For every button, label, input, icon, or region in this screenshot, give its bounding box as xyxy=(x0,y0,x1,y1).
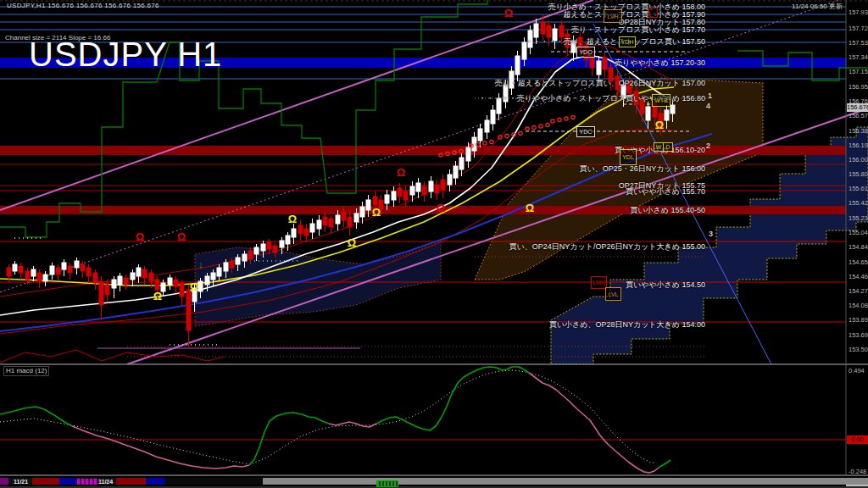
price-scale-label: 153.695 xyxy=(849,331,868,339)
tag-box-lvh: LVH xyxy=(604,9,622,23)
down-arrow-icon: ↓ xyxy=(198,259,203,269)
tag-box-lvl: LVL xyxy=(605,287,621,301)
price-scale-label: 154.846 xyxy=(849,243,868,251)
level-annotation: 売り・ストップロス買い小さめ 157.70 xyxy=(0,25,705,35)
price-scale-label: 157.340 xyxy=(849,53,868,61)
level-annotation: 買い小さめ 155.40-50 xyxy=(0,206,705,215)
price-scale-label: 155.230 xyxy=(849,214,868,222)
red-circle-chain xyxy=(490,140,493,143)
price-scale-label: 153.505 xyxy=(849,346,868,353)
price-scale-label: 156.955 xyxy=(849,83,868,91)
red-circle-chain xyxy=(551,119,554,123)
red-circle-chain xyxy=(519,131,522,135)
tag-box-ydh: YDH xyxy=(619,36,636,47)
session-segment xyxy=(0,478,8,485)
red-circle-chain xyxy=(539,125,542,128)
trading-chart-window: ΩΩΩΩΩΩΩΩΩΩΩΩ↓ USDJPY,H1 156.676 156.676 … xyxy=(0,0,868,488)
session-watermark xyxy=(376,480,398,487)
macd-line-segment xyxy=(249,413,329,465)
price-scale-label: 154.465 xyxy=(849,273,868,280)
current-price-badge: 156.676 xyxy=(847,103,868,112)
tag-box-ydl: YDL xyxy=(620,149,637,165)
price-scale-label: 154.080 xyxy=(849,302,868,309)
red-circle-chain xyxy=(505,134,509,137)
level-annotation: 買い、OP24日NYカット/OP26日NYカット大きめ 155.00 xyxy=(0,242,705,252)
level-annotation: 買い小さめ、OP28日NYカット大きめ 154.00 xyxy=(0,320,705,330)
macd-zero-badge: 0.00 xyxy=(847,435,868,444)
red-circle-chain xyxy=(558,118,561,121)
wave-number: 3 xyxy=(709,230,713,238)
price-scale-label: 154.655 xyxy=(849,258,868,266)
price-scale-label: 155.040 xyxy=(849,229,868,236)
omega-marker-red: Ω xyxy=(136,230,144,243)
macd-scale-top: 0.494 xyxy=(849,367,865,374)
session-magenta-marker xyxy=(77,479,98,485)
macd-line-segment xyxy=(529,373,659,473)
macd-line-segment xyxy=(659,460,670,468)
level-annotation: 買いやや小さめ 156.10-20 xyxy=(0,146,705,155)
omega-marker-yellow: Ω xyxy=(655,119,664,131)
level-annotation: 買いやや小さめ 155.70 xyxy=(0,187,705,197)
level-annotation: ・・・・・売りやや小さめ・ストップロス買いやや大きめ 156.80 xyxy=(0,94,705,103)
red-envelope-line xyxy=(0,350,225,363)
macd-line-segment xyxy=(72,426,249,469)
wave-number: 2 xyxy=(706,141,710,150)
price-scale-label: 155.615 xyxy=(849,185,868,192)
red-circle-chain xyxy=(546,123,549,126)
price-scale-label: 156.000 xyxy=(849,156,868,164)
wave-number: 1 xyxy=(708,92,712,100)
session-segment xyxy=(116,478,146,485)
red-circle-chain xyxy=(532,125,536,129)
session-segment xyxy=(146,478,165,485)
level-annotation: ・・・・・売り、超えるとストップロス買い 157.50 xyxy=(0,37,705,47)
red-circle-chain xyxy=(483,141,487,145)
session-segment xyxy=(32,478,59,485)
tag-box-ydo: YDO xyxy=(576,47,595,58)
price-scale-label: 157.150 xyxy=(849,68,868,75)
price-scale-label: 157.935 xyxy=(849,8,868,16)
price-scale-label: 157.535 xyxy=(849,39,868,47)
update-timestamp: 11/24 06:50 更新 xyxy=(792,2,843,11)
wave-number: 4 xyxy=(706,102,710,110)
red-circle-chain xyxy=(526,127,529,130)
price-scale-label: 155.805 xyxy=(849,170,868,178)
price-scale-label: 156.575 xyxy=(849,112,868,119)
price-scale-label: 157.725 xyxy=(849,25,868,32)
omega-marker-red: Ω xyxy=(177,230,186,243)
macd-indicator-label: H1 macd (12) xyxy=(3,366,49,376)
red-circle-chain xyxy=(565,117,568,120)
tag-box-red xyxy=(648,8,658,18)
price-scale-label: 154.270 xyxy=(849,287,868,295)
tag-box-d: D xyxy=(663,142,673,152)
price-scale-label: 153.890 xyxy=(849,316,868,324)
tag-box-ydc: YDC xyxy=(576,126,595,137)
session-date-label: 11/24 xyxy=(98,478,113,485)
session-date-label: 11/21 xyxy=(14,478,28,485)
omega-marker-yellow: Ω xyxy=(153,290,162,302)
tag-box-wtb: WTB xyxy=(652,94,670,107)
macd-signal-line xyxy=(0,370,655,464)
red-circle-chain xyxy=(571,115,575,119)
price-scale-label: 155.425 xyxy=(849,199,868,207)
price-scale-label: 156.380 xyxy=(849,127,868,135)
level-annotation: 売り・超えるとストップロス買い、OP26日NYカット 157.00 xyxy=(0,79,705,88)
session-segment xyxy=(263,478,868,485)
macd-scale-bottom: -0.248 xyxy=(849,468,866,475)
session-segment xyxy=(165,478,263,485)
level-annotation: 買い、OP25・26日NYカット 156.00 xyxy=(0,164,705,174)
level-annotation: 売りやや小さめ 157.20-30 xyxy=(0,58,705,68)
price-scale-label: 156.190 xyxy=(849,141,868,149)
session-segment xyxy=(59,478,76,485)
